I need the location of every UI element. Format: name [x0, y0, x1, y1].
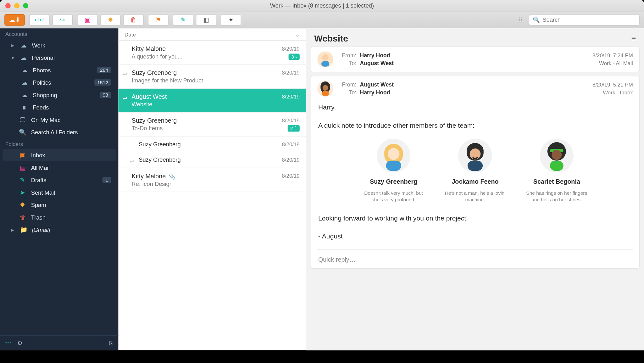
- message-list: Date ⌄ Kitty Malone 8/20/19 A question f…: [118, 28, 306, 350]
- cloud-icon: ☁︎: [20, 66, 28, 74]
- svg-point-10: [470, 148, 481, 159]
- message-row[interactable]: Kitty Malone 8/20/19 A question for you.…: [118, 41, 306, 65]
- message-row-selected[interactable]: ↩ August West 8/20/19 Website: [118, 89, 306, 113]
- sidebar-item-photos[interactable]: ☁︎ Photos 284: [3, 64, 115, 76]
- team-intro-block: Suzy Greenberg Doesn't talk very much, b…: [318, 138, 632, 203]
- sidebar-account-personal[interactable]: ▼ ☁︎ Personal: [3, 52, 115, 64]
- sidebar-item-on-my-mac[interactable]: 🖵 On My Mac: [3, 114, 115, 126]
- body-signoff: - August: [318, 231, 632, 242]
- from-label: From:: [339, 81, 356, 89]
- attachment-icon: 📎: [169, 173, 175, 180]
- message-sender: Suzy Greenberg: [132, 69, 177, 76]
- sidebar-item-label: Inbox: [31, 152, 111, 159]
- sidebar-item-label: Trash: [31, 214, 111, 221]
- message-subject: Re: Icon Design: [132, 181, 300, 187]
- sidebar-section-accounts: Accounts: [0, 28, 118, 39]
- pencil-icon: ✎: [19, 176, 26, 184]
- reply-all-button[interactable]: ↩↩: [29, 14, 50, 25]
- thread-card-expanded: From:August West To:Harry Hood 8/20/19, …: [311, 76, 640, 269]
- sidebar-account-work[interactable]: ▶ ☁︎ Work: [3, 39, 115, 51]
- sidebar-folder-all-mail[interactable]: ▤ All Mail: [3, 161, 115, 174]
- minimize-window-button[interactable]: [14, 3, 19, 8]
- trash-icon: 🗑: [19, 214, 26, 221]
- sidebar-folder-gmail[interactable]: ▶ 📁 [Gmail]: [3, 223, 115, 236]
- toolbar: ☁︎⬇ ↩↩ ↪ ▣ ✸ 🗑 ⚑ ✎ ◧ ✦ ⠿ 🔍: [0, 12, 644, 29]
- computer-icon: 🖵: [19, 116, 26, 123]
- sidebar-folder-spam[interactable]: ✸ Spam: [3, 198, 115, 211]
- member-name: Scarlet Begonia: [524, 177, 590, 187]
- divider: [317, 249, 633, 250]
- reader-subject: Website: [314, 34, 348, 44]
- message-row[interactable]: Kitty Malone📎 8/20/19 Re: Icon Design: [118, 168, 306, 192]
- message-sender: August West: [132, 93, 167, 100]
- message-list-sort-header[interactable]: Date ⌄: [118, 28, 306, 41]
- sidebar-toggle-button[interactable]: ◧: [196, 14, 216, 25]
- sidebar-item-label: Shopping: [33, 92, 95, 98]
- sidebar-folder-inbox[interactable]: ▣ Inbox: [3, 149, 115, 161]
- sidebar-item-shopping[interactable]: ☁︎ Shopping 93: [3, 89, 115, 101]
- team-member: Jockamo Feeno He's not a man, he's a lov…: [442, 138, 508, 203]
- sidebar-item-feeds[interactable]: ∎ Feeds: [3, 101, 115, 113]
- sidebar-folder-trash[interactable]: 🗑 Trash: [3, 211, 115, 223]
- message-sender: Suzy Greenberg: [139, 157, 180, 163]
- sidebar-folder-sent[interactable]: ➤ Sent Mail: [3, 186, 115, 198]
- message-row[interactable]: ↩ Suzy Greenberg 8/20/19 Images for the …: [118, 65, 306, 89]
- compose-button[interactable]: ✎: [173, 14, 193, 25]
- svg-point-4: [323, 85, 328, 91]
- delete-button[interactable]: 🗑: [123, 14, 144, 25]
- body-intro: A quick note to introduce other members …: [318, 120, 632, 131]
- disclosure-right-icon: ▶: [11, 43, 15, 48]
- sort-label: Date: [125, 31, 136, 37]
- sidebar-item-label: All Mail: [31, 164, 111, 171]
- sidebar-item-label: Feeds: [33, 104, 111, 111]
- inbox-icon: ▣: [19, 152, 26, 159]
- quick-reply-input[interactable]: Quick reply…: [317, 254, 633, 264]
- search-field-wrapper[interactable]: 🔍: [529, 14, 640, 25]
- message-subrow[interactable]: Suzy Greenberg 8/20/19: [118, 137, 306, 152]
- message-date: 8/20/19: [282, 70, 299, 76]
- sidebar-item-label: Drafts: [31, 177, 98, 183]
- reader-menu-icon[interactable]: ≡: [631, 34, 636, 44]
- svg-point-15: [552, 149, 562, 159]
- reply-icon: ↩: [130, 158, 135, 165]
- message-subrow[interactable]: ↩ Suzy Greenberg 8/20/19: [118, 152, 306, 168]
- message-row[interactable]: Suzy Greenberg 8/20/19 To-Do Items 2 ˅: [118, 113, 306, 137]
- settings-icon[interactable]: ⚙: [17, 340, 23, 346]
- message-date: 8/20/19: [282, 118, 299, 124]
- archive-button[interactable]: ▣: [77, 14, 97, 25]
- sidebar-item-label: Politics: [33, 79, 90, 86]
- message-subject: A question for you...: [132, 53, 183, 60]
- cloud-icon: ☁︎: [20, 79, 28, 86]
- junk-button[interactable]: ✸: [100, 14, 121, 25]
- reply-icon: ↩: [123, 71, 128, 78]
- download-button[interactable]: ☁︎⬇: [4, 14, 25, 25]
- sidebar-item-label: [Gmail]: [32, 226, 111, 233]
- activity-icon[interactable]: 〰: [5, 340, 11, 346]
- thread-card-collapsed[interactable]: From:Harry Hood To:August West 8/20/19, …: [311, 47, 640, 72]
- dark-mode-button[interactable]: ✦: [221, 14, 241, 25]
- message-sender: Suzy Greenberg: [139, 141, 180, 148]
- zoom-window-button[interactable]: [23, 3, 28, 8]
- search-input[interactable]: [542, 16, 636, 23]
- forward-button[interactable]: ↪: [52, 14, 73, 25]
- avatar: [317, 81, 333, 97]
- team-member: Suzy Greenberg Doesn't talk very much, b…: [360, 138, 427, 203]
- sidebar-item-label: Sent Mail: [31, 189, 111, 196]
- window-titlebar: Work — Inbox (8 messages | 1 selected): [0, 0, 644, 12]
- close-window-button[interactable]: [5, 3, 11, 8]
- count-badge: 93: [100, 92, 111, 98]
- message-date: 8/20/19: [282, 141, 299, 148]
- sidebar-item-search-all[interactable]: 🔍 Search All Folders: [3, 126, 115, 138]
- message-subject: Website: [132, 101, 300, 108]
- rss-icon: ∎: [20, 104, 28, 111]
- thread-count-badge: 2 ˅: [288, 125, 300, 131]
- to-value: August West: [360, 59, 394, 67]
- svg-rect-16: [550, 160, 564, 170]
- cloud-icon: ☁︎: [19, 54, 27, 61]
- logout-icon[interactable]: ⎘: [109, 340, 113, 346]
- search-options-icon[interactable]: ⠿: [519, 17, 523, 23]
- sidebar-item-politics[interactable]: ☁︎ Politics 1512: [3, 76, 115, 88]
- sidebar-folder-drafts[interactable]: ✎ Drafts 1: [3, 174, 115, 186]
- archive-icon: ▤: [19, 164, 26, 171]
- flag-button[interactable]: ⚑: [148, 14, 169, 25]
